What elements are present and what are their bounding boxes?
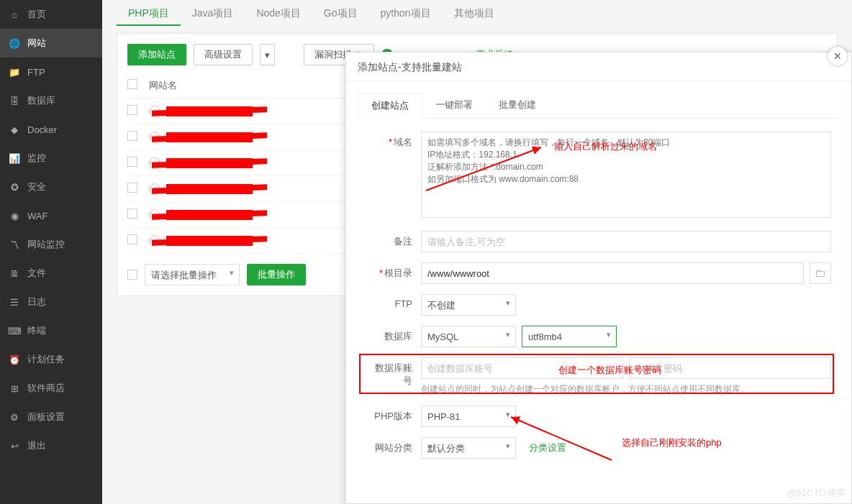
watermark: @51CTO博客 [787, 487, 845, 500]
root-dir-input[interactable] [421, 262, 804, 284]
sidebar: ⌂首页🌐网站📁FTP🗄数据库◆Docker📊监控✪安全◉WAF〽网站监控🗎文件☰… [0, 0, 102, 504]
add-site-button[interactable]: 添加站点 [127, 44, 186, 65]
sidebar-item-3[interactable]: 🗄数据库 [0, 86, 102, 115]
browse-folder-icon[interactable]: 🗀 [810, 262, 831, 284]
col-sitename: 网站名 [149, 79, 177, 92]
row-checkbox[interactable] [127, 209, 137, 219]
batch-select[interactable]: 请选择批量操作 [145, 264, 240, 285]
annotation-domain: 输入自己解析过来的域名 [554, 140, 657, 153]
modal-tab-1[interactable]: 一键部署 [422, 93, 486, 118]
log-icon: ☰ [9, 296, 20, 308]
project-tab-0[interactable]: PHP项目 [117, 0, 181, 26]
monitor-icon: 📊 [9, 152, 20, 164]
charset-select[interactable]: utf8mb4 [522, 326, 617, 347]
annotation-php: 选择自己刚刚安装的php [622, 436, 722, 449]
terminal-icon: ⌨ [9, 325, 20, 336]
modal-title: 添加站点-支持批量建站 [346, 52, 851, 81]
sidebar-item-7[interactable]: ◉WAF [0, 201, 102, 230]
project-tab-1[interactable]: Java项目 [181, 0, 245, 26]
sidebar-item-14[interactable]: ⚙面板设置 [0, 403, 102, 431]
ftp-select[interactable]: 不创建 [421, 294, 516, 316]
project-tab-5[interactable]: 其他项目 [443, 0, 506, 26]
db-helper-text: 创建站点的同时，为站点创建一个对应的数据库帐户，方便不同站点使用不同数据库。 [421, 383, 831, 395]
row-checkbox[interactable] [127, 105, 137, 115]
advanced-settings-button[interactable]: 高级设置 [194, 44, 253, 65]
sidebar-item-11[interactable]: ⌨终端 [0, 316, 102, 345]
redacted-sitename [166, 236, 253, 246]
row-checkbox[interactable] [127, 157, 137, 167]
store-icon: ⊞ [9, 382, 20, 394]
sidebar-item-2[interactable]: 📁FTP [0, 58, 102, 86]
clock-icon: ⏰ [9, 354, 20, 365]
chart-icon: 〽 [9, 239, 20, 250]
sidebar-item-9[interactable]: 🗎文件 [0, 259, 102, 288]
redacted-sitename [166, 158, 253, 168]
home-icon: ⌂ [9, 9, 20, 20]
batch-select-checkbox[interactable] [127, 270, 137, 280]
database-icon: 🗄 [9, 95, 20, 106]
folder-icon: 📁 [9, 66, 20, 78]
annotation-dbacct: 创建一个数据库账号密码 [558, 364, 661, 377]
sidebar-item-0[interactable]: ⌂首页 [0, 0, 102, 29]
sidebar-item-8[interactable]: 〽网站监控 [0, 230, 102, 259]
sidebar-item-12[interactable]: ⏰计划任务 [0, 345, 102, 374]
remark-input[interactable] [421, 231, 831, 252]
project-tab-4[interactable]: python项目 [369, 0, 443, 26]
redacted-sitename [166, 184, 253, 194]
batch-action-button[interactable]: 批量操作 [247, 264, 306, 285]
globe-icon: 🌐 [9, 37, 20, 49]
database-select[interactable]: MySQL [421, 326, 516, 347]
waf-icon: ◉ [9, 210, 20, 221]
project-tabs: PHP项目Java项目Node项目Go项目python项目其他项目 [117, 0, 838, 26]
sidebar-item-6[interactable]: ✪安全 [0, 173, 102, 201]
sidebar-item-4[interactable]: ◆Docker [0, 115, 102, 144]
modal-tabs: 创建站点一键部署批量创建 [358, 93, 840, 119]
add-site-modal: ✕ 添加站点-支持批量建站 创建站点一键部署批量创建 *域名 备注 *根目录 🗀… [345, 52, 852, 504]
redacted-sitename [166, 132, 253, 142]
modal-tab-0[interactable]: 创建站点 [358, 93, 422, 119]
redacted-sitename [166, 210, 253, 220]
php-version-select[interactable]: PHP-81 [421, 406, 516, 427]
advanced-chevron-button[interactable]: ▾ [260, 44, 275, 65]
sidebar-item-10[interactable]: ☰日志 [0, 288, 102, 316]
create-site-form: *域名 备注 *根目录 🗀 FTP 不创建 数据库 MySQL utf8mb4 [346, 119, 851, 476]
close-icon[interactable]: ✕ [828, 47, 847, 65]
sidebar-item-5[interactable]: 📊监控 [0, 144, 102, 173]
sidebar-item-13[interactable]: ⊞软件商店 [0, 374, 102, 403]
select-all-checkbox[interactable] [127, 79, 137, 89]
sidebar-item-15[interactable]: ↩退出 [0, 431, 102, 460]
shield-icon: ✪ [9, 181, 20, 193]
site-category-select[interactable]: 默认分类 [421, 437, 516, 459]
project-tab-3[interactable]: Go项目 [312, 0, 369, 26]
redacted-sitename [166, 106, 253, 116]
project-tab-2[interactable]: Node项目 [245, 0, 312, 26]
logout-icon: ↩ [9, 440, 20, 452]
settings-icon: ⚙ [9, 411, 20, 423]
modal-tab-2[interactable]: 批量创建 [486, 93, 549, 118]
sidebar-item-1[interactable]: 🌐网站 [0, 29, 102, 58]
category-settings-link[interactable]: 分类设置 [529, 441, 566, 454]
row-checkbox[interactable] [127, 183, 137, 193]
file-icon: 🗎 [9, 267, 20, 279]
docker-icon: ◆ [9, 124, 20, 135]
row-checkbox[interactable] [127, 131, 137, 141]
row-checkbox[interactable] [127, 234, 137, 244]
